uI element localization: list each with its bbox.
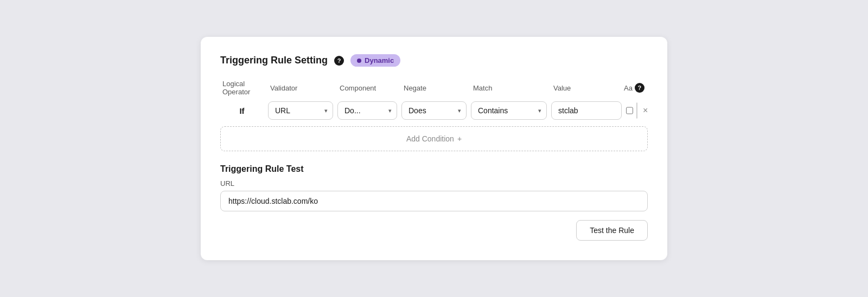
negate-select[interactable]: Does Does Not (401, 101, 467, 120)
validator-select-wrapper: URL Header Cookie Query ▾ (268, 101, 333, 120)
value-input-wrapper: 27/1000 (551, 101, 622, 120)
negate-select-wrapper: Does Does Not ▾ (401, 101, 467, 120)
component-select-wrapper: Do... Domain Path Full URL ▾ (337, 101, 397, 120)
badge-dot (357, 59, 361, 63)
row-controls: ▲ ▼ × (626, 102, 648, 119)
component-select[interactable]: Do... Domain Path Full URL (337, 101, 397, 120)
url-label: URL (220, 179, 648, 188)
footer-row: Test the Rule (220, 220, 648, 241)
col-logical-operator: Logical Operator (222, 80, 266, 96)
card-title: Triggering Rule Setting (220, 55, 328, 66)
condition-row: If URL Header Cookie Query ▾ Do... Domai… (220, 101, 648, 120)
add-condition-label: Add Condition (406, 134, 454, 143)
columns-header: Logical Operator Validator Component Neg… (220, 80, 648, 96)
add-condition-plus-icon: + (457, 134, 462, 143)
main-card: Triggering Rule Setting ? Dynamic Logica… (201, 37, 667, 260)
col-validator: Validator (270, 84, 335, 92)
test-rule-button[interactable]: Test the Rule (576, 220, 648, 241)
col-value: Value (553, 84, 620, 92)
value-input[interactable] (552, 102, 622, 119)
if-label: If (220, 106, 264, 115)
validator-select[interactable]: URL Header Cookie Query (268, 101, 333, 120)
col-negate: Negate (404, 84, 469, 92)
badge-label: Dynamic (365, 56, 394, 64)
dynamic-badge: Dynamic (350, 54, 400, 67)
match-select[interactable]: Contains Equals Starts With Ends With Re… (471, 101, 547, 120)
spin-buttons: ▲ ▼ (636, 102, 637, 119)
spin-down-button[interactable]: ▼ (637, 111, 637, 118)
spin-up-button[interactable]: ▲ (637, 103, 637, 111)
match-select-wrapper: Contains Equals Starts With Ends With Re… (471, 101, 547, 120)
aa-help-icon[interactable]: ? (635, 83, 644, 93)
col-aa: Aa ? (624, 83, 646, 93)
help-icon[interactable]: ? (334, 56, 344, 66)
col-component: Component (340, 84, 399, 92)
url-test-input[interactable] (220, 191, 648, 211)
col-match: Match (473, 84, 549, 92)
row-checkbox[interactable] (626, 106, 633, 115)
add-condition-button[interactable]: Add Condition + (220, 126, 648, 151)
card-header: Triggering Rule Setting ? Dynamic (220, 54, 648, 67)
remove-condition-button[interactable]: × (641, 104, 650, 118)
test-section-title: Triggering Rule Test (220, 164, 648, 174)
test-section: Triggering Rule Test URL Test the Rule (220, 164, 648, 241)
